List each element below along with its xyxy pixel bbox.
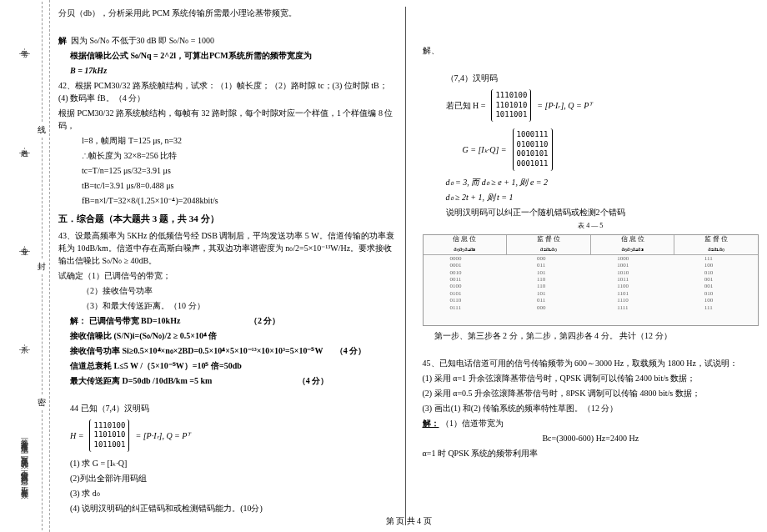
- formula-line: 信道总衰耗 L≤5 W /（5×10⁻⁵W）=10⁵ 倍=50db: [58, 359, 395, 372]
- cell: 0110: [450, 297, 462, 304]
- matrix-equation: G = [Iₖ·Q] = 1000111 0100110 0010101 000…: [463, 127, 759, 173]
- solution-line: 解： 已调信号带宽 BD=10kHz （2 分）: [58, 314, 395, 327]
- seal-char: 密: [38, 396, 46, 409]
- matrix-row: 1011001: [495, 110, 527, 120]
- dash-icon: [42, 410, 43, 530]
- matrix-row: 1110100: [495, 91, 527, 101]
- solution-label: 解: [58, 36, 67, 45]
- conclusion: 说明汉明码可以纠正一个随机错码或检测2个错码: [423, 206, 759, 218]
- formula-line: 接收信号功率 Si≥0.5×10⁴×n₀×2BD=0.5×10⁴×5×10⁻¹³…: [58, 344, 395, 357]
- cell: 0010: [450, 269, 462, 276]
- binding-label-name: 姓名：: [19, 143, 31, 153]
- formula-line: 根据信噪比公式 S₀/Nq = 2^2l，可算出PCM系统所需的频带宽度为: [58, 49, 395, 62]
- points-summary: 第一步、第三步各 2 分，第二步，第四步各 4 分。 共计（12 分）: [423, 329, 759, 342]
- matrix-row: 1101010: [93, 430, 125, 440]
- sub-question: （3）和最大传送距离。（10 分）: [58, 299, 395, 312]
- eq-lhs: G = [Iₖ·Q] =: [463, 143, 507, 156]
- formula-line: 最大传送距离 D=50db /10dB/km =5 km （4 分）: [58, 374, 395, 387]
- table-col: 0000 0001 0010 0011 0100 0101 0110 0111: [450, 255, 462, 327]
- sub-question: （2）接收信号功率: [58, 284, 395, 297]
- th-sub: a₂a₁a₀: [675, 244, 757, 254]
- answer-line: tB=tc/l=3.91 μs/8=0.488 μs: [58, 179, 395, 192]
- th-top: 信 息 位: [592, 234, 674, 244]
- cell: 1000: [617, 255, 629, 262]
- section-5-title: 五．综合题（本大题共 3 题，共 34 分）: [58, 212, 395, 226]
- th-top: 信 息 位: [424, 234, 506, 244]
- left-column: 分贝（db），分析采用此 PCM 系统传输所需最小理论基带频宽。 解 因为 S₀…: [58, 7, 406, 525]
- th-sub: a₂a₁a₀: [508, 244, 589, 254]
- points: （2 分）: [249, 316, 281, 325]
- th-info1: 信 息 位 a₆a₅a₄a₃: [424, 235, 508, 254]
- matrix-equation: 若已知 H = 1110100 1101010 1011001 = [P·Iᵣ]…: [446, 88, 759, 123]
- seal-line: 线 封 密: [33, 0, 50, 532]
- table-body: 0000 0001 0010 0011 0100 0101 0110 0111 …: [424, 255, 759, 327]
- cell: 000: [537, 304, 546, 311]
- matrix-row: 1000111: [517, 130, 549, 140]
- text: 最大传送距离 D=50db /10dB/km =5 km: [70, 376, 212, 385]
- cell: 011: [537, 262, 546, 269]
- sub-question: (1) 采用 α=1 升余弦滚降基带信号时，QPSK 调制可以传输 2400 b…: [423, 372, 759, 384]
- h-matrix: 1110100 1101010 1011001: [89, 419, 129, 452]
- formula-line: d₀ = 3, 而 d₀ ≥ e + 1, 则 e = 2: [423, 176, 759, 188]
- cell: 001: [704, 276, 714, 283]
- code-table: 信 息 位 a₆a₅a₄a₃ 监 督 位 a₂a₁a₀ 信 息 位 a₆a₅a₄…: [423, 234, 759, 326]
- text: 接收信号功率 Si≥0.5×10⁴×n₀×2BD=0.5×10⁴×5×10⁻¹³…: [70, 346, 323, 355]
- formula-line: d₀ ≥ 2t + 1, 则 t = 1: [423, 191, 759, 203]
- answer-line: l=8，帧周期 T=125 μs, n=32: [58, 134, 395, 147]
- cell: 110: [537, 276, 546, 283]
- answer-line: fB=n×l/T=32×8/(1.25×10⁻⁴)=2048kbit/s: [58, 194, 395, 207]
- points: （4 分）: [298, 376, 329, 385]
- question-45: 45、已知电话信道可用的信号传输频带为 600～3000 Hz，取载频为 180…: [423, 357, 759, 369]
- matrix-equation: H = 1110100 1101010 1011001 = [P·Iᵣ], Q …: [70, 418, 395, 454]
- cell: 110: [537, 283, 546, 289]
- cell: 1011: [617, 276, 629, 283]
- sub-question: (4) 说明汉明码的纠正错码和或检测错码能力。(10分): [58, 502, 395, 514]
- th-sub: a₆a₅a₄a₃: [592, 244, 674, 254]
- cell: 0011: [450, 276, 462, 283]
- solution-line: 解： （1）信道带宽为: [423, 417, 759, 429]
- cell: 1101: [617, 290, 629, 297]
- answer-line: 根据 PCM30/32 路系统帧结构，每帧有 32 路时隙，每个时隙对应一个样值…: [58, 107, 395, 132]
- sub-question: (1) 求 G = [Iₖ·Q]: [58, 457, 395, 469]
- th-chk1: 监 督 位 a₂a₁a₀: [507, 235, 591, 254]
- text: （7,4）汉明码: [423, 72, 759, 84]
- dash-icon: [42, 274, 43, 394]
- matrix-row: 0010101: [517, 149, 549, 159]
- right-column: 解、 （7,4）汉明码 若已知 H = 1110100 1101010 1011…: [419, 7, 759, 525]
- cell: 111: [704, 304, 714, 311]
- binding-note: 答案一律写在答题纸上，写在试题上的无效。不得填写以下两栏信息，否则卷卷无效。: [19, 433, 31, 494]
- cell: 0100: [450, 283, 462, 289]
- cell: 000: [537, 255, 546, 262]
- h-matrix: 1110100 1101010 1011001: [491, 89, 531, 122]
- table-col: 111 100 010 001 001 010 100 111: [704, 255, 714, 327]
- paragraph: 分贝（db），分析采用此 PCM 系统传输所需最小理论基带频宽。: [58, 7, 395, 19]
- th-info2: 信 息 位 a₆a₅a₄a₃: [591, 235, 675, 254]
- table-header: 信 息 位 a₆a₅a₄a₃ 监 督 位 a₂a₁a₀ 信 息 位 a₆a₅a₄…: [424, 235, 759, 255]
- sub-question: (2)列出全部许用码组: [58, 472, 395, 484]
- binding-label-id: 学号：: [19, 44, 31, 54]
- table-caption: 表 4 — 5: [423, 221, 759, 231]
- cell: 011: [537, 297, 546, 304]
- text: α=1 时 QPSK 系统的频带利用率: [423, 447, 759, 459]
- table-col: 1000 1001 1010 1011 1100 1101 1110 1111: [617, 255, 629, 327]
- cell: 0101: [450, 290, 462, 297]
- cell: 111: [704, 255, 714, 262]
- cell: 001: [704, 283, 714, 289]
- text: 已调信号带宽 BD=10kHz: [89, 316, 181, 325]
- eq-rhs: = [P·Iᵣ], Q = Pᵀ: [135, 429, 190, 442]
- dash-icon: [42, 138, 43, 258]
- formula-line: Bc=(3000-600) Hz=2400 Hz: [423, 432, 759, 444]
- seal-char: 封: [38, 260, 46, 273]
- cell: 101: [537, 269, 546, 276]
- question-44: 44 已知（7,4）汉明码: [58, 402, 395, 414]
- cell: 1110: [617, 297, 629, 304]
- solution-label: 解：: [423, 419, 439, 428]
- formula-line: 接收信噪比 (S/N)i=(S₀/N₀)/2 ≥ 0.5×10⁴ 倍: [58, 329, 395, 342]
- cell: 1001: [617, 262, 629, 269]
- points: （4 分）: [335, 346, 367, 355]
- text: （1）信道带宽为: [441, 419, 504, 428]
- th-chk2: 监 督 位 a₂a₁a₀: [674, 235, 758, 254]
- cell: 100: [704, 262, 714, 269]
- dash-icon: [42, 2, 43, 122]
- matrix-row: 1011001: [93, 440, 125, 450]
